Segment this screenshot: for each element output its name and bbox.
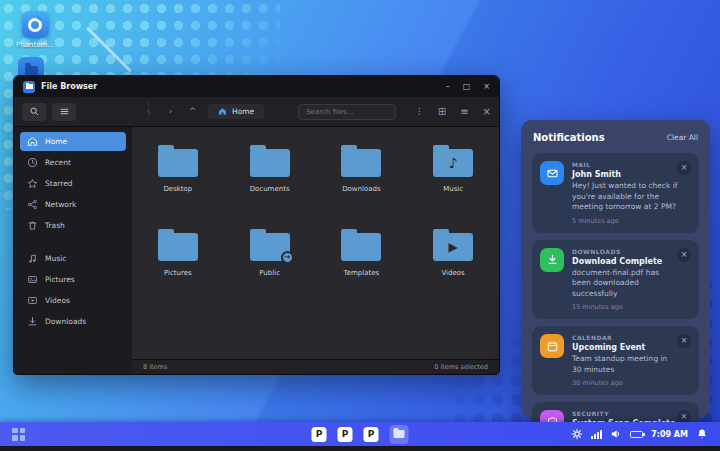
sidebar-item-videos[interactable]: Videos (20, 291, 126, 310)
folder-label: Templates (321, 269, 401, 277)
taskbar-app-phantom-3[interactable]: P (364, 427, 379, 442)
notification-title: Download Complete (572, 257, 679, 266)
battery-icon[interactable] (630, 431, 643, 438)
notification-calendar[interactable]: CALENDAR Upcoming Event Team standup mee… (532, 326, 699, 395)
sidebar-item-music[interactable]: Music (20, 249, 126, 268)
item-count: 8 items (143, 363, 167, 371)
taskbar-app-phantom-1[interactable]: P (312, 427, 327, 442)
taskbar-app-phantom-2[interactable]: P (338, 427, 353, 442)
app-launcher-button[interactable] (12, 428, 25, 441)
folder-videos[interactable]: ▶ Videos (413, 227, 493, 311)
sidebar-item-label: Downloads (45, 317, 86, 326)
share-arrow-badge: → (281, 251, 294, 264)
folder-icon: ♪ (433, 149, 473, 177)
sidebar-item-downloads[interactable]: Downloads (20, 312, 126, 331)
folder-icon (158, 149, 198, 177)
mail-icon (540, 161, 564, 185)
folder-music[interactable]: ♪ Music (413, 143, 493, 227)
up-button[interactable]: ^ (186, 107, 199, 116)
minimize-button[interactable]: – (446, 83, 450, 91)
folder-label: Downloads (321, 185, 401, 193)
sidebar-item-label: Recent (45, 158, 71, 167)
sidebar-item-label: Pictures (45, 275, 75, 284)
notification-body: Team standup meeting in 30 minutes (572, 354, 679, 375)
sidebar-item-network[interactable]: Network (20, 195, 126, 214)
desktop: Phantom... File Browser – □ × (0, 0, 720, 451)
notification-body: Hey! Just wanted to check if you're avai… (572, 181, 679, 213)
sidebar: Home Recent Starred Network Trash (14, 127, 132, 374)
folder-label: Public (230, 269, 310, 277)
notification-download[interactable]: DOWNLOADS Download Complete document-fin… (532, 240, 699, 320)
sidebar-item-label: Starred (45, 179, 73, 188)
calendar-icon (540, 334, 564, 358)
maximize-button[interactable]: □ (463, 83, 471, 91)
forward-button[interactable]: › (164, 107, 177, 116)
sidebar-item-trash[interactable]: Trash (20, 216, 126, 235)
search-button[interactable] (22, 103, 46, 121)
breadcrumb-label: Home (232, 107, 254, 116)
statusbar: 8 items 0 items selected (132, 359, 499, 374)
taskbar-app-file-browser-active[interactable] (390, 425, 409, 444)
notification-bell-icon[interactable] (696, 428, 708, 440)
folder-templates[interactable]: Templates (321, 227, 401, 311)
download-icon (540, 248, 564, 272)
more-options-icon[interactable]: ⋮ (415, 107, 424, 116)
sidebar-item-label: Videos (45, 296, 70, 305)
image-icon (27, 274, 38, 285)
sidebar-item-recent[interactable]: Recent (20, 153, 126, 172)
toolbar-divider (148, 101, 149, 122)
folder-public[interactable]: → Public (230, 227, 310, 311)
wallpaper-streak (86, 26, 132, 72)
file-browser-app-icon (23, 81, 35, 93)
folder-desktop[interactable]: Desktop (138, 143, 218, 227)
close-notification-button[interactable]: × (677, 248, 691, 262)
sidebar-item-label: Network (45, 200, 76, 209)
folder-label: Pictures (138, 269, 218, 277)
menu-button[interactable] (52, 103, 76, 121)
search-icon (29, 106, 40, 117)
folder-icon (394, 430, 405, 438)
video-icon (27, 295, 38, 306)
list-view-icon[interactable]: ≡ (460, 107, 468, 117)
folder-icon (341, 233, 381, 261)
file-grid: Desktop Documents Downloads ♪ Music (132, 127, 499, 359)
desktop-icon-phantom[interactable]: Phantom... (12, 11, 58, 49)
search-input[interactable] (298, 104, 396, 120)
home-icon (218, 107, 227, 116)
close-notification-button[interactable]: × (677, 161, 691, 175)
sidebar-item-home[interactable]: Home (20, 132, 126, 151)
window-titlebar[interactable]: File Browser – □ × (14, 76, 499, 97)
music-note-badge: ♪ (449, 156, 458, 170)
trash-icon (27, 220, 38, 231)
notifications-title: Notifications (533, 132, 605, 143)
taskbar-clock[interactable]: 7:09 AM (651, 430, 688, 439)
folder-downloads[interactable]: Downloads (321, 143, 401, 227)
clear-all-button[interactable]: Clear All (667, 133, 698, 142)
play-badge: ▶ (449, 241, 458, 253)
settings-gear-icon[interactable] (571, 428, 583, 440)
clock-icon (27, 157, 38, 168)
desktop-icon-label: Phantom... (12, 41, 58, 49)
close-notification-button[interactable]: × (677, 334, 691, 348)
file-browser-window: File Browser – □ × ‹ › ^ (13, 75, 500, 375)
sidebar-item-starred[interactable]: Starred (20, 174, 126, 193)
signal-strength-icon[interactable] (591, 430, 602, 439)
sidebar-item-label: Trash (45, 221, 65, 230)
folder-pictures[interactable]: Pictures (138, 227, 218, 311)
sidebar-item-pictures[interactable]: Pictures (20, 270, 126, 289)
grid-view-icon[interactable]: ⊞ (438, 107, 446, 117)
breadcrumb[interactable]: Home (208, 104, 264, 119)
selection-count: 0 items selected (434, 363, 488, 371)
notifications-panel: Notifications Clear All MAIL John Smith … (521, 120, 710, 418)
notification-mail[interactable]: MAIL John Smith Hey! Just wanted to chec… (532, 153, 699, 233)
folder-label: Desktop (138, 185, 218, 193)
folder-icon: ▶ (433, 233, 473, 261)
sidebar-item-label: Music (45, 254, 66, 263)
notification-title: Upcoming Event (572, 343, 679, 352)
volume-icon[interactable] (610, 428, 622, 440)
notification-category: CALENDAR (572, 334, 679, 341)
notification-time: 30 minutes ago (572, 379, 679, 387)
folder-documents[interactable]: Documents (230, 143, 310, 227)
close-search-icon[interactable]: × (483, 107, 491, 117)
close-button[interactable]: × (483, 83, 490, 91)
